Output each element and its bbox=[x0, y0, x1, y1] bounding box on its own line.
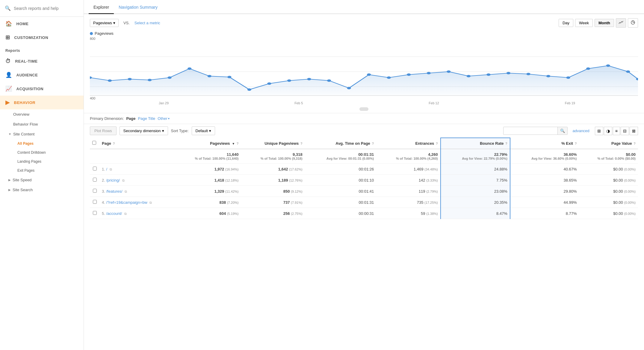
row5-page-link[interactable]: /account/ bbox=[106, 211, 122, 216]
th-entrances[interactable]: Entrances ? bbox=[376, 138, 441, 149]
row4-unique: 737 (7.91%) bbox=[241, 197, 305, 208]
dim-page-link[interactable]: Page bbox=[126, 116, 135, 121]
sidebar-item-acquisition[interactable]: 📈 ACQUISITION bbox=[0, 82, 84, 96]
sort-type-button[interactable]: Default ▾ bbox=[192, 126, 215, 135]
chart-scrollbar[interactable] bbox=[84, 106, 644, 113]
sidebar-item-customization[interactable]: ⊞ CUSTOMIZATION bbox=[0, 31, 84, 44]
svg-point-21 bbox=[367, 73, 371, 76]
sidebar-item-audience[interactable]: 👤 AUDIENCE bbox=[0, 68, 84, 82]
svg-point-27 bbox=[486, 73, 490, 76]
row4-check[interactable] bbox=[93, 200, 97, 204]
table-view-button[interactable]: ⊠ bbox=[630, 127, 638, 135]
customization-icon: ⊞ bbox=[5, 34, 10, 41]
table-search-input[interactable] bbox=[504, 127, 557, 135]
th-unique-pageviews[interactable]: Unique Pageviews ? bbox=[241, 138, 305, 149]
th-bounce-rate[interactable]: Bounce Rate ? bbox=[441, 138, 510, 149]
sidebar-item-overview[interactable]: Overview bbox=[0, 109, 84, 119]
view-icons: ⊞ ◑ ≡ ⊟ ⊠ bbox=[595, 127, 638, 135]
svg-point-20 bbox=[347, 87, 351, 89]
grid-view-button[interactable]: ⊞ bbox=[595, 127, 603, 135]
summary-pagevalue: $0.00 % of Total: 0.00% ($0.00) bbox=[579, 149, 638, 164]
search-input[interactable] bbox=[14, 6, 79, 11]
chart-container bbox=[84, 40, 644, 105]
row1-check[interactable] bbox=[93, 167, 97, 171]
svg-point-33 bbox=[606, 64, 610, 67]
table-row: 5. /account/ ⧉ 604 (5.19%) 256 (2.75%) 0… bbox=[90, 208, 638, 219]
row2-copy-icon[interactable]: ⧉ bbox=[122, 179, 125, 182]
svg-point-31 bbox=[566, 76, 570, 79]
th-exit[interactable]: % Exit ? bbox=[510, 138, 579, 149]
tab-explorer[interactable]: Explorer bbox=[89, 1, 114, 14]
metric-select-button[interactable]: Pageviews ▾ bbox=[90, 19, 119, 27]
svg-point-10 bbox=[148, 79, 152, 81]
legend-dot bbox=[90, 32, 93, 35]
row1-bounce: 24.88% bbox=[441, 164, 510, 175]
th-pageviews[interactable]: Pageviews ▼ ? bbox=[175, 138, 241, 149]
sidebar-behavior-label: BEHAVIOR bbox=[14, 100, 36, 105]
summary-checkbox-cell bbox=[90, 149, 99, 164]
sidebar-item-exit-pages[interactable]: Exit Pages bbox=[0, 166, 84, 175]
sidebar-item-content-drilldown[interactable]: Content Drilldown bbox=[0, 148, 84, 157]
row2-pagevalue: $0.00 (0.00%) bbox=[579, 175, 638, 186]
pie-chart-type-btn[interactable] bbox=[628, 18, 638, 28]
row4-copy-icon[interactable]: ⧉ bbox=[149, 201, 152, 204]
summary-exit: 36.60% Avg for View: 36.60% (0.00%) bbox=[510, 149, 579, 164]
th-page-help: ? bbox=[113, 142, 115, 145]
secondary-dimension-button[interactable]: Secondary dimension ▾ bbox=[120, 126, 168, 135]
sidebar-site-speed-toggle[interactable]: ▶ Site Speed bbox=[0, 175, 84, 185]
line-chart-type-btn[interactable] bbox=[616, 18, 626, 28]
line-chart-icon bbox=[619, 20, 623, 25]
sidebar: 🔍 🏠 HOME ⊞ CUSTOMIZATION Reports ⏱ REAL-… bbox=[0, 0, 84, 350]
row2-check[interactable] bbox=[93, 178, 97, 182]
svg-point-18 bbox=[307, 78, 311, 80]
select-all-checkbox[interactable] bbox=[92, 141, 96, 145]
row1-page-link[interactable]: / bbox=[106, 167, 107, 171]
sidebar-site-search-toggle[interactable]: ▶ Site Search bbox=[0, 185, 84, 195]
summary-avgtime: 00:01:31 Avg for View: 00:01:31 (0.00%) bbox=[305, 149, 377, 164]
main-content: Explorer Navigation Summary Pageviews ▾ … bbox=[84, 0, 644, 350]
advanced-link[interactable]: advanced bbox=[572, 129, 589, 133]
th-avg-time[interactable]: Avg. Time on Page ? bbox=[305, 138, 377, 149]
row3-unique: 850 (9.12%) bbox=[241, 186, 305, 197]
row3-copy-icon[interactable]: ⧉ bbox=[125, 190, 127, 193]
row3-page-link[interactable]: /features/ bbox=[106, 189, 122, 194]
time-buttons: Day Week Month bbox=[559, 18, 638, 28]
search-icon: 🔍 bbox=[5, 5, 11, 11]
row2-entrances: 142 (3.33%) bbox=[376, 175, 441, 186]
sidebar-item-realtime[interactable]: ⏱ REAL-TIME bbox=[0, 55, 84, 68]
row1-page: 1. / ⧉ bbox=[99, 164, 175, 175]
row1-copy-icon[interactable]: ⧉ bbox=[110, 168, 112, 171]
scrollbar-thumb bbox=[359, 107, 368, 111]
svg-point-30 bbox=[546, 75, 550, 77]
time-btn-week[interactable]: Week bbox=[575, 19, 593, 27]
sidebar-item-home[interactable]: 🏠 HOME bbox=[0, 17, 84, 31]
dim-page-title-link[interactable]: Page Title bbox=[138, 116, 155, 121]
th-page-value[interactable]: Page Value ? bbox=[579, 138, 638, 149]
filter-view-button[interactable]: ⊟ bbox=[621, 127, 629, 135]
row5-check[interactable] bbox=[93, 211, 97, 215]
row2-page-link[interactable]: /pricing/ bbox=[106, 178, 120, 182]
row5-copy-icon[interactable]: ⧉ bbox=[124, 212, 127, 215]
row3-check[interactable] bbox=[93, 189, 97, 193]
table-row: 4. /?ref=19&campaign=bw ⧉ 838 (7.20%) 73… bbox=[90, 197, 638, 208]
table-head: Page ? Pageviews ▼ ? Unique Pageviews ? … bbox=[90, 138, 638, 149]
select-metric-link[interactable]: Select a metric bbox=[134, 21, 160, 25]
tab-navigation-summary[interactable]: Navigation Summary bbox=[114, 1, 162, 14]
time-btn-month[interactable]: Month bbox=[595, 19, 614, 27]
sidebar-item-all-pages[interactable]: All Pages bbox=[0, 139, 84, 148]
sidebar-item-landing-pages[interactable]: Landing Pages bbox=[0, 157, 84, 166]
sidebar-realtime-label: REAL-TIME bbox=[15, 59, 38, 64]
chevron-down-icon-sort: ▾ bbox=[209, 129, 211, 133]
list-view-button[interactable]: ≡ bbox=[613, 127, 620, 135]
row5-avgtime: 00:00:31 bbox=[305, 208, 377, 219]
row2-exit: 38.65% bbox=[510, 175, 579, 186]
row1-checkbox bbox=[90, 164, 99, 175]
sidebar-site-content-toggle[interactable]: ▼ Site Content bbox=[0, 129, 84, 139]
compare-view-button[interactable]: ◑ bbox=[604, 127, 612, 135]
sidebar-item-behavior-flow[interactable]: Behavior Flow bbox=[0, 119, 84, 129]
sidebar-item-behavior[interactable]: ▶ BEHAVIOR bbox=[0, 96, 84, 109]
table-search-button[interactable]: 🔍 bbox=[557, 127, 567, 135]
row4-page-link[interactable]: /?ref=19&campaign=bw bbox=[106, 200, 147, 205]
dim-other-link[interactable]: Other ▾ bbox=[158, 116, 170, 121]
time-btn-day[interactable]: Day bbox=[559, 19, 573, 27]
